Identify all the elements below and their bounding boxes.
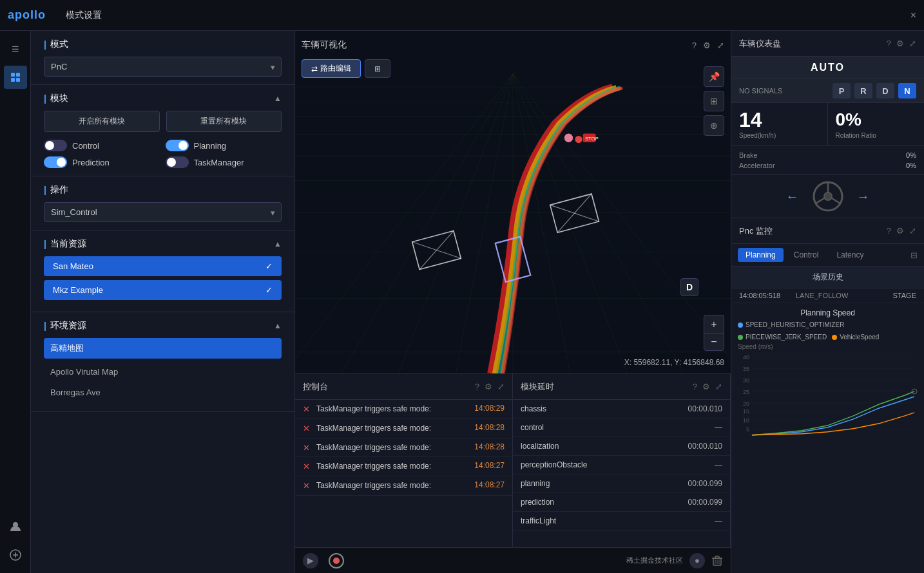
env-resource-title: 环境资源 [44, 320, 86, 332]
env-resource-hd-map[interactable]: 高精地图 [44, 338, 282, 359]
gear-r-button[interactable]: R [854, 83, 872, 99]
steer-left-arrow[interactable]: ← [786, 189, 799, 204]
resource-san-mateo[interactable]: San Mateo ✓ [44, 256, 282, 276]
steering-row: ← → [731, 175, 924, 218]
zoom-in-button[interactable]: + [704, 315, 724, 333]
gear-n-button[interactable]: N [898, 83, 916, 99]
svg-text:15: 15 [743, 408, 749, 415]
env-resource-borregas[interactable]: Borregas Ave [44, 383, 282, 402]
action-section: 操作 Sim_Control ▾ [31, 176, 294, 230]
error-icon: ✕ [303, 481, 310, 491]
stack-tool-button[interactable]: ⊕ [704, 115, 724, 136]
logo: apollo [8, 6, 53, 24]
env-resource-header[interactable]: 环境资源 ▲ [44, 320, 282, 332]
table-row: localization 00:00.010 [513, 437, 730, 456]
console-settings-icon[interactable]: ⚙ [485, 382, 492, 391]
resource-mkz-example[interactable]: Mkz Example ✓ [44, 280, 282, 300]
icon-bar-menu[interactable]: ☰ [4, 37, 27, 61]
dash-expand-icon[interactable]: ⤢ [909, 39, 916, 48]
san-mateo-check-icon: ✓ [265, 261, 273, 271]
icon-bar: ☰ [0, 31, 31, 573]
svg-text:5: 5 [746, 426, 749, 433]
console-item: ✕ TaskManager triggers safe mode: 14:08:… [295, 400, 512, 419]
brake-value: 0% [906, 151, 916, 159]
module-section-header[interactable]: 模块 ▲ [44, 93, 282, 104]
record-circle-button[interactable]: ● [689, 553, 705, 568]
mode-select-wrapper[interactable]: PnC ▾ [44, 57, 282, 77]
latency-help-icon[interactable]: ? [693, 382, 697, 391]
table-row: prediction 00:00.099 [513, 493, 730, 512]
console-title: 控制台 [303, 381, 328, 393]
console-help-icon[interactable]: ? [475, 382, 479, 391]
legend-speed-heuristic: SPEED_HEURISTIC_OPTIMIZER [738, 321, 844, 328]
dash-settings-icon[interactable]: ⚙ [896, 39, 904, 48]
route-edit-tab[interactable]: ⇄ 路由编辑 [302, 59, 361, 78]
record-button[interactable] [329, 553, 344, 568]
history-header: 场景历史 [731, 267, 924, 288]
latency-expand-icon[interactable]: ⤢ [715, 382, 722, 391]
gear-d-button[interactable]: D [876, 83, 894, 99]
play-button[interactable]: ▶ [303, 553, 318, 568]
close-sidebar-button[interactable]: × [910, 10, 916, 21]
pin-tool-button[interactable]: 📌 [704, 66, 724, 87]
icon-bar-user[interactable] [4, 515, 27, 538]
table-row: chassis 00:00.010 [513, 400, 730, 418]
reset-all-button[interactable]: 重置所有模块 [166, 111, 282, 132]
layer-tool-button[interactable]: ⊞ [704, 91, 724, 111]
latency-settings-icon[interactable]: ⚙ [702, 382, 710, 391]
error-icon: ✕ [303, 462, 310, 471]
console-time: 14:08:27 [474, 461, 505, 470]
pnc-header-icons: ? ⚙ ⤢ [887, 226, 916, 236]
pnc-title: Pnc 监控 [739, 225, 887, 237]
console-time: 14:08:29 [474, 404, 505, 413]
pnc-settings-icon[interactable]: ⚙ [896, 226, 904, 236]
taskmanager-toggle[interactable] [166, 156, 189, 168]
viz-tab-row: ⇄ 路由编辑 ⊞ [302, 59, 390, 78]
latency-panel: 模块延时 ? ⚙ ⤢ chassis 00:00.010 [513, 374, 731, 547]
trash-icon[interactable] [711, 555, 723, 567]
prediction-toggle[interactable] [44, 156, 67, 168]
viz-header-icons: ? ⚙ ⤢ [692, 41, 724, 50]
console-text: TaskManager triggers safe mode: [316, 480, 468, 491]
module-value: — [648, 512, 730, 531]
latency-table: chassis 00:00.010 control — localization… [513, 400, 730, 531]
viz-expand-icon[interactable]: ⤢ [717, 41, 724, 50]
pnc-help-icon[interactable]: ? [887, 226, 891, 236]
env-resource-virtual-map[interactable]: Apollo Virutal Map [44, 362, 282, 381]
icon-bar-add[interactable] [4, 543, 27, 567]
console-text: TaskManager triggers safe mode: [316, 423, 468, 434]
icon-bar-dashboard[interactable] [4, 66, 27, 89]
action-section-header[interactable]: 操作 [44, 184, 282, 196]
mode-select[interactable]: PnC [44, 57, 282, 77]
zoom-out-button[interactable]: − [704, 333, 724, 351]
gear-p-button[interactable]: P [833, 83, 851, 99]
console-item: ✕ TaskManager triggers safe mode: 14:08:… [295, 476, 512, 496]
chart-container: 40 35 30 25 20 15 10 5 [731, 352, 924, 442]
action-select-wrapper[interactable]: Sim_Control ▾ [44, 202, 282, 222]
planning-toggle[interactable] [166, 140, 189, 151]
mode-section-header[interactable]: 模式 [44, 39, 282, 50]
tab-latency[interactable]: Latency [829, 248, 871, 262]
svg-line-48 [816, 198, 824, 203]
viz-grid-tab[interactable]: ⊞ [365, 59, 390, 78]
d-marker: D [680, 278, 698, 296]
control-toggle[interactable] [44, 140, 67, 151]
pnc-expand-icon[interactable]: ⤢ [909, 226, 916, 236]
pnc-filter-icon[interactable]: ⊟ [910, 250, 918, 260]
console-expand-icon[interactable]: ⤢ [497, 382, 505, 391]
tab-control[interactable]: Control [786, 248, 827, 262]
main-layout: ☰ 模式 [0, 31, 924, 573]
dash-help-icon[interactable]: ? [887, 39, 891, 48]
steer-right-arrow[interactable]: → [857, 189, 870, 204]
viz-help-icon[interactable]: ? [692, 41, 697, 50]
console-text: TaskManager triggers safe mode: [316, 442, 468, 453]
viz-settings-icon[interactable]: ⚙ [703, 41, 711, 50]
dashboard-title: 车辆仪表盘 [739, 38, 887, 50]
rotation-value: 0% [836, 109, 917, 130]
enable-all-button[interactable]: 开启所有模块 [44, 111, 160, 132]
tab-planning[interactable]: Planning [738, 248, 784, 262]
module-value: — [648, 418, 730, 437]
latency-table-wrapper: chassis 00:00.010 control — localization… [513, 400, 730, 547]
action-select[interactable]: Sim_Control [44, 202, 282, 222]
current-resource-header[interactable]: 当前资源 ▲ [44, 238, 282, 250]
